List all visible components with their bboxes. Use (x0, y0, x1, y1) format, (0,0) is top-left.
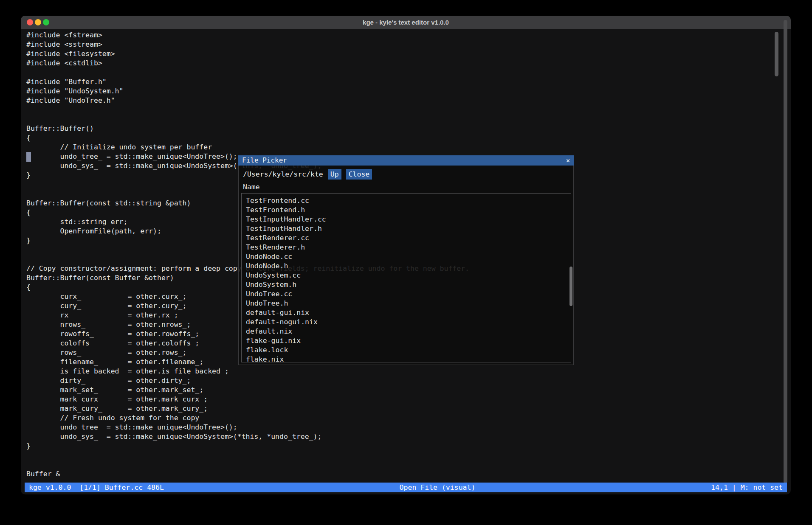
file-list-item[interactable]: UndoSystem.h (242, 280, 571, 289)
code-line[interactable]: undo_tree_ = std::make_unique<UndoTree>(… (26, 423, 469, 432)
file-list[interactable]: TestFrontend.ccTestFrontend.hTestInputHa… (241, 193, 571, 362)
dialog-separator (239, 181, 573, 181)
code-line[interactable]: #include <filesystem> (26, 49, 469, 59)
code-line[interactable]: #include "UndoSystem.h" (26, 87, 469, 96)
desktop: { "window": { "title": "kge - kyle's tex… (0, 0, 812, 525)
file-list-item[interactable]: flake.lock (242, 345, 571, 355)
file-list-item[interactable]: UndoSystem.cc (242, 271, 571, 280)
status-mode: Open File (visual) (400, 483, 476, 491)
file-picker-dialog: File Picker ✕ /Users/kyle/src/kte Up Clo… (238, 155, 574, 365)
text-cursor (26, 152, 31, 162)
editor-scrollbar-thumb[interactable] (775, 32, 778, 76)
up-button[interactable]: Up (328, 169, 341, 180)
file-list-item[interactable]: flake.nix (242, 355, 571, 362)
code-line[interactable]: Buffer::Buffer() (26, 124, 469, 133)
code-line[interactable] (26, 451, 469, 460)
file-list-scrollbar-thumb[interactable] (570, 267, 572, 306)
file-list-item[interactable]: TestFrontend.cc (242, 196, 571, 205)
status-bar: kge v1.0.0 [1/1] Buffer.cc 486L Open Fil… (25, 483, 787, 492)
file-list-item[interactable]: TestInputHandler.cc (242, 215, 571, 224)
code-line[interactable] (26, 460, 469, 469)
code-line[interactable]: Buffer & (26, 469, 469, 479)
code-line[interactable]: mark_cury_ = other.mark_cury_; (26, 404, 469, 413)
path-row: /Users/kyle/src/kte Up Close (243, 169, 372, 180)
code-line[interactable]: #include <cstdlib> (26, 59, 469, 68)
code-line[interactable] (26, 68, 469, 77)
file-list-item[interactable]: UndoTree.cc (242, 289, 571, 299)
close-icon[interactable]: ✕ (566, 155, 570, 166)
code-line[interactable] (26, 105, 469, 115)
status-cursor-info: 14,1 | M: not set (711, 483, 783, 491)
file-picker-titlebar[interactable]: File Picker ✕ (238, 155, 574, 166)
file-list-item[interactable]: UndoNode.cc (242, 252, 571, 261)
status-left: kge v1.0.0 [1/1] Buffer.cc 486L (29, 483, 164, 491)
file-list-item[interactable]: flake-gui.nix (242, 336, 571, 345)
close-button[interactable]: Close (346, 169, 372, 180)
code-line[interactable]: mark_curx_ = other.mark_curx_; (26, 395, 469, 404)
code-line[interactable]: { (26, 133, 469, 143)
editor-window: kge - kyle's text editor v1.0.0 #include… (21, 16, 791, 494)
file-list-item[interactable]: UndoTree.h (242, 299, 571, 308)
current-path: /Users/kyle/src/kte (243, 170, 323, 178)
file-picker-title: File Picker (242, 156, 287, 164)
code-line[interactable]: #include "Buffer.h" (26, 77, 469, 87)
file-list-item[interactable]: TestFrontend.h (242, 205, 571, 215)
file-list-item[interactable]: default-gui.nix (242, 308, 571, 317)
code-line[interactable]: #include <sstream> (26, 40, 469, 49)
code-line[interactable] (26, 115, 469, 124)
column-header-name: Name (243, 182, 260, 192)
window-title: kge - kyle's text editor v1.0.0 (21, 16, 791, 29)
code-line[interactable]: undo_sys_ = std::make_unique<UndoSystem>… (26, 432, 469, 441)
window-titlebar[interactable]: kge - kyle's text editor v1.0.0 (21, 16, 791, 29)
code-line[interactable]: mark_set_ = other.mark_set_; (26, 385, 469, 395)
window-scrollbar[interactable] (784, 20, 787, 483)
file-list-item[interactable]: TestRenderer.cc (242, 233, 571, 243)
file-list-item[interactable]: default-nogui.nix (242, 317, 571, 327)
file-list-item[interactable]: TestInputHandler.h (242, 224, 571, 233)
file-list-item[interactable]: UndoNode.h (242, 261, 571, 271)
file-list-item[interactable]: TestRenderer.h (242, 243, 571, 252)
code-line[interactable]: // Fresh undo system for the copy (26, 413, 469, 423)
code-line[interactable]: } (26, 441, 469, 451)
file-list-item[interactable]: default.nix (242, 327, 571, 336)
code-line[interactable]: // Initialize undo system per buffer (26, 143, 469, 152)
code-line[interactable]: #include <fstream> (26, 31, 469, 40)
code-line[interactable]: #include "UndoTree.h" (26, 96, 469, 105)
code-line[interactable]: is_file_backed_ = other.is_file_backed_; (26, 367, 469, 376)
code-line[interactable]: dirty_ = other.dirty_; (26, 376, 469, 385)
